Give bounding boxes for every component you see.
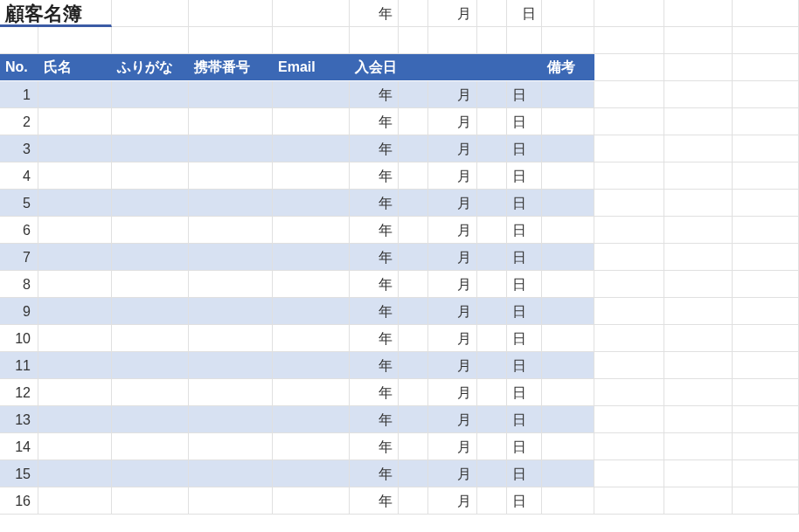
cell-name[interactable] xyxy=(38,352,112,379)
cell-email[interactable] xyxy=(273,352,350,379)
cell-name[interactable] xyxy=(38,190,112,217)
row-no[interactable]: 5 xyxy=(0,190,38,217)
cell-mobile[interactable] xyxy=(189,162,273,190)
cell-year-value[interactable] xyxy=(399,108,428,135)
cell-month-value[interactable] xyxy=(477,217,507,244)
row-no[interactable]: 13 xyxy=(0,406,38,433)
cell-mobile[interactable] xyxy=(189,460,273,487)
cell-email[interactable] xyxy=(273,298,350,325)
cell-month-value[interactable] xyxy=(477,135,507,162)
cell-furigana[interactable] xyxy=(112,406,189,433)
cell-year-value[interactable] xyxy=(399,460,428,487)
cell-email[interactable] xyxy=(273,487,350,515)
cell-name[interactable] xyxy=(38,487,112,515)
cell-email[interactable] xyxy=(273,460,350,487)
cell-month-value[interactable] xyxy=(477,406,507,433)
cell-mobile[interactable] xyxy=(189,135,273,162)
cell-name[interactable] xyxy=(38,433,112,460)
cell-month-value[interactable] xyxy=(477,190,507,217)
cell-notes[interactable] xyxy=(542,244,594,271)
cell-notes[interactable] xyxy=(542,487,594,515)
cell-furigana[interactable] xyxy=(112,352,189,379)
cell-month-value[interactable] xyxy=(477,81,507,108)
row-no[interactable]: 6 xyxy=(0,217,38,244)
cell-notes[interactable] xyxy=(542,81,594,108)
cell-year-value[interactable] xyxy=(399,406,428,433)
cell-mobile[interactable] xyxy=(189,325,273,352)
cell-year-value[interactable] xyxy=(399,487,428,515)
row-no[interactable]: 3 xyxy=(0,135,38,162)
cell-mobile[interactable] xyxy=(189,244,273,271)
cell-year-value[interactable] xyxy=(399,271,428,298)
cell-furigana[interactable] xyxy=(112,271,189,298)
cell-email[interactable] xyxy=(273,433,350,460)
cell-year-value[interactable] xyxy=(399,298,428,325)
cell-mobile[interactable] xyxy=(189,271,273,298)
cell-month-value[interactable] xyxy=(477,433,507,460)
cell-furigana[interactable] xyxy=(112,460,189,487)
cell-name[interactable] xyxy=(38,379,112,406)
cell-email[interactable] xyxy=(273,162,350,190)
row-no[interactable]: 14 xyxy=(0,433,38,460)
cell-year-value[interactable] xyxy=(399,379,428,406)
row-no[interactable]: 2 xyxy=(0,108,38,135)
cell-name[interactable] xyxy=(38,217,112,244)
cell-notes[interactable] xyxy=(542,379,594,406)
cell-notes[interactable] xyxy=(542,108,594,135)
cell-mobile[interactable] xyxy=(189,406,273,433)
cell-name[interactable] xyxy=(38,406,112,433)
cell-year-value[interactable] xyxy=(399,81,428,108)
row-no[interactable]: 8 xyxy=(0,271,38,298)
cell-notes[interactable] xyxy=(542,135,594,162)
cell-furigana[interactable] xyxy=(112,108,189,135)
cell-name[interactable] xyxy=(38,325,112,352)
cell-name[interactable] xyxy=(38,298,112,325)
cell-furigana[interactable] xyxy=(112,325,189,352)
cell-mobile[interactable] xyxy=(189,433,273,460)
cell-name[interactable] xyxy=(38,108,112,135)
cell-month-value[interactable] xyxy=(477,487,507,515)
cell-furigana[interactable] xyxy=(112,162,189,190)
cell-name[interactable] xyxy=(38,460,112,487)
cell-mobile[interactable] xyxy=(189,487,273,515)
row-no[interactable]: 16 xyxy=(0,487,38,515)
cell-name[interactable] xyxy=(38,135,112,162)
cell-notes[interactable] xyxy=(542,217,594,244)
row-no[interactable]: 9 xyxy=(0,298,38,325)
cell-year-value[interactable] xyxy=(399,352,428,379)
cell-furigana[interactable] xyxy=(112,81,189,108)
cell-furigana[interactable] xyxy=(112,217,189,244)
cell-furigana[interactable] xyxy=(112,487,189,515)
cell-mobile[interactable] xyxy=(189,190,273,217)
row-no[interactable]: 7 xyxy=(0,244,38,271)
cell-notes[interactable] xyxy=(542,325,594,352)
cell-email[interactable] xyxy=(273,244,350,271)
cell-notes[interactable] xyxy=(542,190,594,217)
cell-notes[interactable] xyxy=(542,352,594,379)
cell-month-value[interactable] xyxy=(477,298,507,325)
cell-month-value[interactable] xyxy=(477,352,507,379)
cell-month-value[interactable] xyxy=(477,325,507,352)
cell-name[interactable] xyxy=(38,271,112,298)
row-no[interactable]: 15 xyxy=(0,460,38,487)
row-no[interactable]: 10 xyxy=(0,325,38,352)
cell-furigana[interactable] xyxy=(112,244,189,271)
cell-email[interactable] xyxy=(273,406,350,433)
cell-email[interactable] xyxy=(273,271,350,298)
cell-mobile[interactable] xyxy=(189,352,273,379)
cell-email[interactable] xyxy=(273,190,350,217)
cell-notes[interactable] xyxy=(542,162,594,190)
cell-furigana[interactable] xyxy=(112,190,189,217)
cell-furigana[interactable] xyxy=(112,298,189,325)
cell-furigana[interactable] xyxy=(112,135,189,162)
cell-month-value[interactable] xyxy=(477,244,507,271)
cell-year-value[interactable] xyxy=(399,190,428,217)
row-no[interactable]: 1 xyxy=(0,81,38,108)
cell-email[interactable] xyxy=(273,135,350,162)
cell-year-value[interactable] xyxy=(399,244,428,271)
cell-notes[interactable] xyxy=(542,433,594,460)
cell-name[interactable] xyxy=(38,81,112,108)
cell-mobile[interactable] xyxy=(189,379,273,406)
cell-email[interactable] xyxy=(273,81,350,108)
row-no[interactable]: 4 xyxy=(0,162,38,190)
